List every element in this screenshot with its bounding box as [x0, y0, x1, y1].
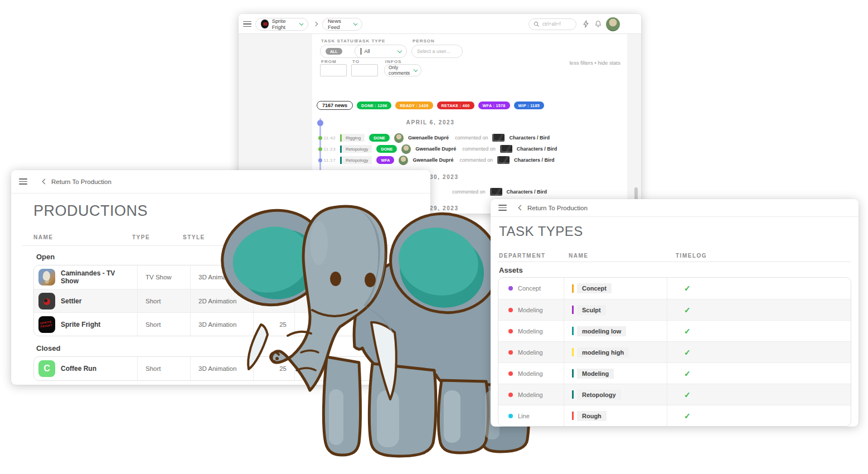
task-type-color-bar	[572, 412, 574, 420]
production-name[interactable]: Settler	[61, 297, 81, 305]
task-type-name[interactable]: Concept	[577, 283, 612, 293]
department-name: Concept	[518, 285, 541, 292]
department-cell: Modeling	[498, 342, 564, 362]
to-date-input[interactable]	[351, 64, 378, 76]
feed-entity-link[interactable]: Characters / Bird	[517, 146, 557, 152]
department-cell: Modeling	[498, 363, 564, 384]
news-feed-item[interactable]: 11:42RiggingDONEGwenaelle Duprécommented…	[317, 132, 629, 143]
task-type-row[interactable]: Modelingmodeling low✓	[498, 320, 851, 341]
quick-actions-button[interactable]	[582, 14, 590, 34]
feed-author-name[interactable]: Gwenaelle Dupré	[415, 146, 458, 152]
task-type-row[interactable]: ConceptConcept✓	[498, 278, 851, 299]
notifications-button[interactable]	[594, 14, 602, 34]
task-type-name[interactable]: Retopology	[577, 390, 621, 400]
return-to-production-button[interactable]: Return To Production	[43, 178, 111, 185]
task-type-color-bar	[572, 306, 574, 314]
status-count-badge: DONE : 1206	[357, 101, 391, 109]
production-name[interactable]: Sprite Fright	[61, 321, 100, 328]
feed-task-type-chip: Retopology	[340, 156, 372, 164]
person-placeholder: Select a user...	[417, 49, 450, 54]
production-name-cell: Sprite Fright	[34, 313, 137, 336]
hamburger-icon[interactable]	[243, 21, 251, 27]
task-type-name[interactable]: modeling low	[577, 326, 626, 336]
hamburger-icon[interactable]	[19, 178, 27, 185]
to-label: TO	[352, 59, 360, 64]
production-name-cell: Settler	[34, 289, 137, 312]
feed-entity-link[interactable]: Characters / Bird	[507, 189, 547, 195]
feed-task-type-label: Retopology	[342, 156, 372, 164]
search-input[interactable]: ctrl+alt+f	[528, 18, 576, 30]
entity-thumbnail	[492, 134, 505, 142]
breadcrumb-separator	[314, 14, 317, 34]
department-cell: Concept	[498, 278, 564, 299]
chevron-left-icon	[42, 179, 48, 185]
stats-row: 7167 news DONE : 1206READY : 1429RETAKE …	[317, 101, 544, 110]
top-toolbar: Sprite Fright News Feed ctrl+alt+f	[239, 14, 641, 34]
page-title: TASK TYPES	[499, 224, 583, 239]
feed-entity-link[interactable]: Characters / Bird	[514, 157, 555, 163]
feed-action-text: commented on	[462, 146, 496, 152]
department-name: Line	[518, 413, 530, 419]
production-select-value: Sprite Fright	[272, 18, 297, 30]
task-type-name[interactable]: Rough	[577, 411, 607, 421]
production-name[interactable]: Caminandes - TV Show	[61, 269, 133, 285]
less-filters-link[interactable]: less filters • hide stats	[570, 60, 621, 66]
department-color-dot	[508, 329, 513, 333]
task-type-label: TASK TYPE	[356, 38, 385, 43]
task-type-name[interactable]: modeling high	[577, 347, 629, 357]
hamburger-icon[interactable]	[498, 205, 507, 211]
person-avatar	[401, 144, 411, 154]
person-avatar	[394, 133, 404, 143]
task-type-color-bar	[572, 327, 574, 335]
infos-select[interactable]: Only comments	[384, 64, 421, 76]
menu-button[interactable]	[243, 14, 251, 34]
person-input[interactable]: Select a user...	[411, 45, 463, 58]
feed-action-text: commented on	[459, 157, 493, 163]
task-type-color-bar	[360, 48, 362, 55]
task-type-name-cell: Modeling	[564, 363, 667, 384]
task-type-name[interactable]: Modeling	[577, 369, 614, 379]
task-type-name-cell: modeling low	[564, 321, 667, 341]
timelog-cell: ✓	[667, 299, 851, 320]
entity-thumbnail	[500, 145, 512, 153]
production-type-cell: Short	[137, 313, 190, 336]
total-news-badge: 7167 news	[317, 101, 353, 110]
department-color-dot	[508, 308, 513, 312]
status-count-badge: WIP : 1185	[514, 101, 544, 109]
task-type-row[interactable]: LineRough✓	[498, 405, 851, 426]
task-type-row[interactable]: ModelingRetopology✓	[498, 384, 851, 405]
feed-task-type-chip: Rigging	[340, 134, 365, 142]
chevron-down-icon	[397, 48, 402, 52]
feed-date-header: APRIL 6, 2023	[375, 119, 486, 125]
news-feed-item[interactable]: 11:23RetopologyDONEGwenaelle Duprécommen…	[317, 143, 629, 154]
feed-author-name[interactable]: Gwenaelle Dupré	[413, 157, 455, 163]
section-select[interactable]: News Feed	[322, 18, 362, 31]
column-header-timelog: TIMELOG	[676, 253, 707, 259]
task-type-row[interactable]: ModelingModeling✓	[498, 362, 851, 384]
production-name-cell: Caminandes - TV Show	[34, 265, 137, 289]
production-select[interactable]: Sprite Fright	[255, 18, 308, 31]
production-thumbnail	[38, 316, 55, 333]
task-type-select[interactable]: All	[355, 45, 407, 58]
production-name[interactable]: Coffee Run	[61, 365, 96, 373]
from-date-input[interactable]	[320, 64, 347, 76]
task-type-name[interactable]: Sculpt	[577, 305, 606, 315]
search-placeholder: ctrl+alt+f	[542, 21, 561, 27]
timeline-section-dot	[317, 120, 323, 126]
return-to-production-button[interactable]: Return To Production	[519, 205, 588, 211]
task-type-color-bar	[572, 284, 574, 293]
feed-task-type-label: Retopology	[342, 145, 372, 153]
chevron-left-icon	[518, 205, 524, 211]
feed-entity-link[interactable]: Characters / Bird	[509, 135, 550, 141]
feed-author-name[interactable]: Gwenaelle Dupré	[408, 135, 450, 141]
search-icon	[534, 21, 540, 27]
user-avatar[interactable]	[606, 14, 620, 34]
task-type-name-cell: Sculpt	[564, 299, 667, 320]
task-type-row[interactable]: ModelingSculpt✓	[498, 299, 851, 320]
chevron-right-icon	[313, 22, 318, 26]
task-type-row[interactable]: Modelingmodeling high✓	[498, 341, 851, 362]
status-badge: WFA	[376, 156, 394, 164]
task-type-name-cell: Rough	[564, 405, 667, 426]
news-feed-item[interactable]: 11:17RetopologyWFAGwenaelle Duprécomment…	[317, 154, 629, 166]
bell-icon	[594, 20, 602, 28]
